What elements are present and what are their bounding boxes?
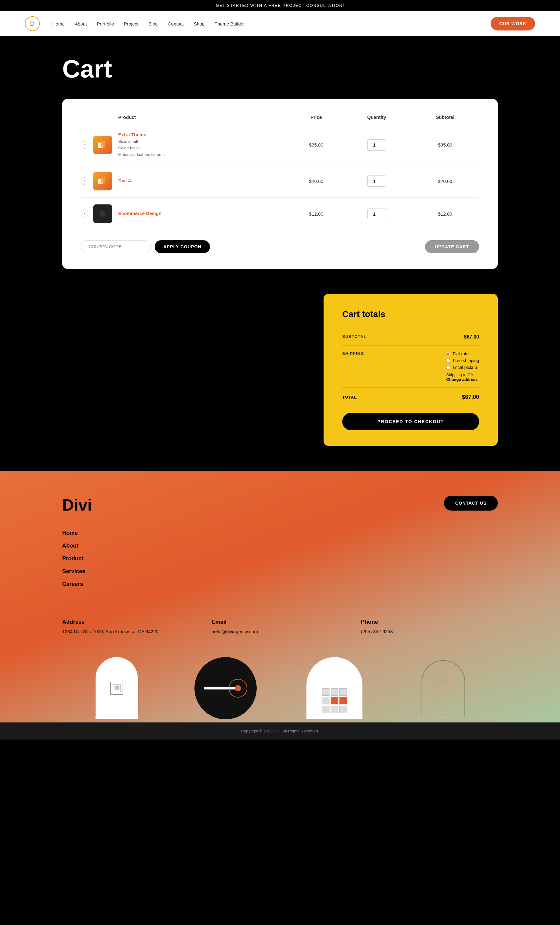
shipping-flat-rate[interactable]: Flat rate: [446, 351, 479, 356]
deco-white-arch: [306, 657, 363, 719]
deco-blocks-grid: [322, 688, 347, 713]
deco-target-inner: [235, 685, 241, 691]
price-cell-2: $20.00: [290, 165, 342, 197]
thumb-cell-3: [93, 197, 118, 230]
shipping-row: SHIPPING Flat rate Free shipping Local p…: [342, 346, 479, 388]
address-value: 1234 Divi St. #1000, San Francisco, CA 9…: [62, 628, 199, 635]
footer-nav-product[interactable]: Product: [62, 555, 498, 562]
product-info-cell-1: Extra Theme Size: smallColor: blackMater…: [118, 125, 290, 165]
phone-label: Phone: [361, 619, 498, 625]
block-8: [331, 706, 338, 713]
quantity-input-2[interactable]: [367, 175, 386, 187]
footer-nav-about[interactable]: About: [62, 542, 498, 549]
block-5: [331, 697, 338, 704]
nav-logo[interactable]: D: [25, 16, 40, 31]
remove-cell-3: ×: [81, 197, 93, 230]
email-value: hello@diviagency.com: [212, 628, 348, 635]
shipping-local-radio[interactable]: [446, 366, 450, 370]
shipping-flat-rate-radio[interactable]: [446, 352, 450, 356]
footer-address: Address 1234 Divi St. #1000, San Francis…: [62, 619, 199, 635]
shipping-local[interactable]: Local pickup: [446, 365, 479, 370]
coupon-input[interactable]: [81, 240, 151, 253]
total-value: $67.00: [462, 394, 479, 401]
remove-item-3-button[interactable]: ×: [81, 210, 88, 217]
footer-nav-services[interactable]: Services: [62, 568, 498, 575]
copyright: Copyright © 2023 Divi. All Rights Reserv…: [0, 722, 560, 740]
cart-totals-box: Cart totals SUBTOTAL $67.00 SHIPPING Fla…: [324, 294, 498, 446]
svg-point-4: [99, 211, 106, 217]
remove-item-1-button[interactable]: ×: [81, 141, 88, 149]
subtotal-cell-2: $20.00: [411, 165, 479, 197]
remove-cell-1: ×: [81, 125, 93, 165]
our-work-button[interactable]: OUR WORK: [491, 17, 535, 30]
apply-coupon-button[interactable]: APPLY COUPON: [155, 240, 210, 253]
qty-cell-3: [342, 197, 411, 230]
price-cell-1: $35.00: [290, 125, 342, 165]
product-name-1[interactable]: Extra Theme: [118, 132, 166, 137]
total-row: TOTAL $67.00: [342, 388, 479, 410]
product-name-2[interactable]: Divi AI: [118, 178, 290, 183]
deco-arch-rings: [389, 654, 498, 722]
quantity-input-1[interactable]: [367, 139, 386, 151]
block-9: [339, 706, 347, 713]
product-info-cell-3: Ecommerce Design: [118, 197, 290, 230]
copyright-text: Copyright © 2023 Divi. All Rights Reserv…: [241, 729, 319, 733]
cart-table: Product Price Quantity Subtotal ×: [81, 114, 479, 230]
svg-rect-7: [115, 686, 119, 690]
quantity-input-3[interactable]: [367, 208, 386, 219]
address-label: Address: [62, 619, 199, 625]
subtotal-value: $67.00: [464, 334, 479, 340]
footer-decorations: [62, 654, 498, 722]
col-price: Price: [290, 114, 342, 125]
cart-section: Cart Product Price Quantity Subtotal ×: [0, 36, 560, 294]
product-name-3[interactable]: Ecommerce Design: [118, 211, 290, 216]
col-subtotal: Subtotal: [411, 114, 479, 125]
update-cart-button[interactable]: UPDATE CART: [425, 240, 479, 253]
footer-nav: Home About Product Services Careers: [62, 530, 498, 588]
footer-top: Divi CONTACT US: [62, 496, 498, 514]
deco-black-circle: [194, 657, 257, 719]
deco-circle-pill: [171, 654, 280, 722]
product-meta-1: Size: smallColor: blackMaterials: leathe…: [118, 139, 166, 157]
footer-phone: Phone (255) 352-6258: [361, 619, 498, 635]
footer-nav-careers[interactable]: Careers: [62, 581, 498, 588]
remove-cell-2: ×: [81, 165, 93, 197]
block-2: [331, 688, 338, 696]
cart-totals-section: Cart totals SUBTOTAL $67.00 SHIPPING Fla…: [0, 294, 560, 471]
shipping-options: Flat rate Free shipping Local pickup Shi…: [446, 351, 479, 382]
svg-point-10: [439, 684, 448, 693]
remove-item-2-button[interactable]: ×: [81, 177, 88, 185]
nav-link-about[interactable]: About: [75, 21, 87, 26]
footer: Divi CONTACT US Home About Product Servi…: [0, 471, 560, 722]
nav-link-home[interactable]: Home: [52, 21, 65, 26]
block-3: [339, 688, 347, 696]
footer-nav-home[interactable]: Home: [62, 530, 498, 536]
cart-row-3: × Ecommerce Design $12.00 $12.00: [81, 197, 479, 230]
cart-totals-title: Cart totals: [342, 309, 479, 319]
change-address-link[interactable]: Change address: [446, 377, 477, 382]
svg-rect-1: [101, 141, 105, 147]
shipping-note: Shipping to CA. Change address: [446, 372, 479, 382]
nav-link-contact[interactable]: Contact: [168, 21, 184, 26]
nav-link-blog[interactable]: Blog: [148, 21, 158, 26]
shipping-free[interactable]: Free shipping: [446, 358, 479, 363]
col-remove: [81, 114, 93, 125]
navigation: D Home About Portfolio Project Blog Cont…: [0, 11, 560, 36]
nav-link-project[interactable]: Project: [124, 21, 138, 26]
deco-arch-squares: [62, 654, 171, 722]
contact-us-button[interactable]: CONTACT US: [444, 496, 498, 511]
shipping-options-list: Flat rate Free shipping Local pickup: [446, 351, 479, 370]
nav-link-portfolio[interactable]: Portfolio: [97, 21, 114, 26]
shipping-free-radio[interactable]: [446, 359, 450, 363]
block-1: [322, 688, 330, 696]
deco-target: [229, 679, 247, 698]
nav-link-shop[interactable]: Shop: [194, 21, 205, 26]
col-quantity: Quantity: [342, 114, 411, 125]
price-cell-3: $12.00: [290, 197, 342, 230]
nav-link-theme-builder[interactable]: Theme Builder: [215, 21, 245, 26]
total-label: TOTAL: [342, 395, 357, 399]
deco-arch-blocks: [280, 654, 389, 722]
subtotal-label: SUBTOTAL: [342, 334, 366, 339]
deco-arch-white: [95, 657, 138, 719]
proceed-to-checkout-button[interactable]: PROCEED TO CHECKOUT: [342, 413, 479, 430]
